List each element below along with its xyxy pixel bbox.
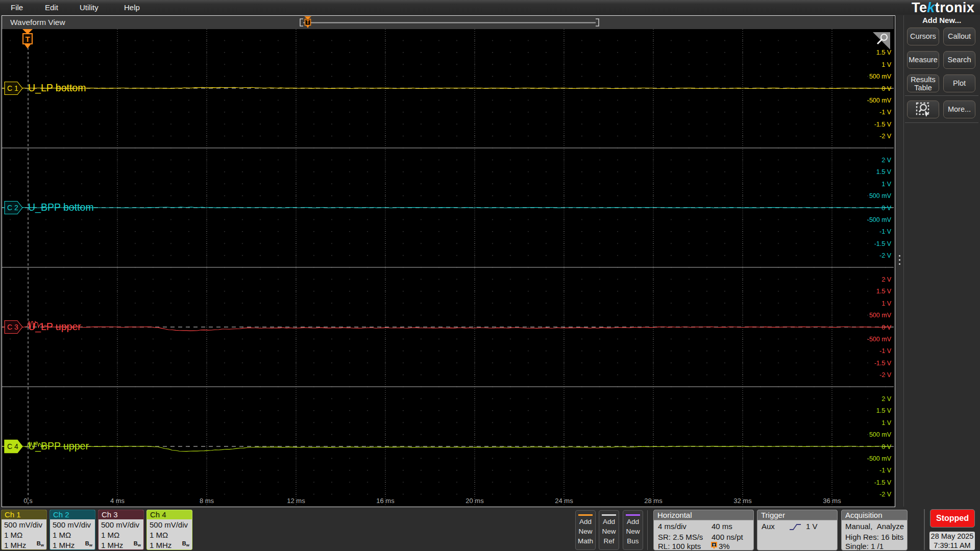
svg-text:1.5 V: 1.5 V bbox=[876, 168, 892, 176]
svg-text:0 V: 0 V bbox=[881, 324, 891, 331]
svg-text:500 mV: 500 mV bbox=[869, 431, 892, 438]
svg-text:U_LP upper: U_LP upper bbox=[28, 321, 81, 333]
svg-text:-1.5 V: -1.5 V bbox=[874, 479, 892, 486]
svg-text:1 V: 1 V bbox=[881, 419, 891, 427]
svg-text:-500 mV: -500 mV bbox=[867, 216, 892, 223]
svg-text:12 ms: 12 ms bbox=[287, 497, 305, 505]
svg-text:-2 V: -2 V bbox=[879, 491, 892, 498]
svg-text:500 mV: 500 mV bbox=[869, 192, 892, 199]
svg-text:36 ms: 36 ms bbox=[823, 497, 841, 505]
svg-text:2 V: 2 V bbox=[881, 276, 891, 283]
svg-text:-1 V: -1 V bbox=[879, 228, 892, 235]
svg-text:500 mV: 500 mV bbox=[869, 73, 892, 80]
svg-text:C 2: C 2 bbox=[7, 204, 18, 212]
svg-text:T: T bbox=[713, 543, 716, 547]
svg-text:-500 mV: -500 mV bbox=[867, 97, 892, 104]
svg-text:-2 V: -2 V bbox=[879, 371, 892, 379]
svg-text:1 V: 1 V bbox=[881, 61, 891, 68]
svg-text:-500 mV: -500 mV bbox=[867, 336, 892, 343]
svg-text:-1.5 V: -1.5 V bbox=[874, 360, 892, 367]
svg-text:T: T bbox=[25, 35, 30, 43]
svg-text:-1 V: -1 V bbox=[879, 347, 892, 355]
svg-text:-1 V: -1 V bbox=[879, 109, 892, 116]
svg-text:U_BPP upper: U_BPP upper bbox=[28, 440, 89, 452]
svg-text:0 V: 0 V bbox=[881, 205, 891, 212]
svg-text:4 ms: 4 ms bbox=[110, 497, 125, 505]
svg-text:28 ms: 28 ms bbox=[644, 497, 663, 505]
svg-text:20 ms: 20 ms bbox=[465, 497, 484, 505]
svg-text:16 ms: 16 ms bbox=[376, 497, 395, 505]
svg-text:-500 mV: -500 mV bbox=[867, 455, 892, 462]
svg-text:C 4: C 4 bbox=[7, 442, 18, 450]
svg-text:2 V: 2 V bbox=[881, 395, 891, 403]
svg-text:T: T bbox=[306, 19, 309, 25]
svg-text:32 ms: 32 ms bbox=[733, 497, 752, 505]
svg-text:-2 V: -2 V bbox=[879, 133, 892, 140]
svg-text:U_LP bottom: U_LP bottom bbox=[28, 82, 86, 94]
svg-text:C 1: C 1 bbox=[7, 84, 18, 92]
svg-text:1.5 V: 1.5 V bbox=[876, 288, 892, 295]
svg-text:0 s: 0 s bbox=[23, 497, 33, 505]
svg-text:-1.5 V: -1.5 V bbox=[874, 240, 892, 247]
svg-text:0 V: 0 V bbox=[881, 85, 891, 92]
svg-text:1 V: 1 V bbox=[881, 181, 891, 188]
svg-text:C 3: C 3 bbox=[7, 323, 18, 331]
svg-text:2 V: 2 V bbox=[881, 157, 891, 164]
svg-text:500 mV: 500 mV bbox=[869, 312, 892, 319]
svg-text:8 ms: 8 ms bbox=[200, 497, 214, 505]
svg-text:-1 V: -1 V bbox=[879, 467, 892, 474]
svg-text:1.5 V: 1.5 V bbox=[876, 49, 892, 56]
svg-text:24 ms: 24 ms bbox=[555, 497, 573, 505]
svg-text:0 V: 0 V bbox=[881, 443, 891, 450]
svg-text:-1.5 V: -1.5 V bbox=[874, 121, 892, 128]
svg-text:1.5 V: 1.5 V bbox=[876, 407, 892, 414]
svg-text:1 V: 1 V bbox=[881, 300, 891, 307]
svg-text:U_BPP bottom: U_BPP bottom bbox=[28, 202, 94, 213]
svg-text:-2 V: -2 V bbox=[879, 252, 892, 259]
